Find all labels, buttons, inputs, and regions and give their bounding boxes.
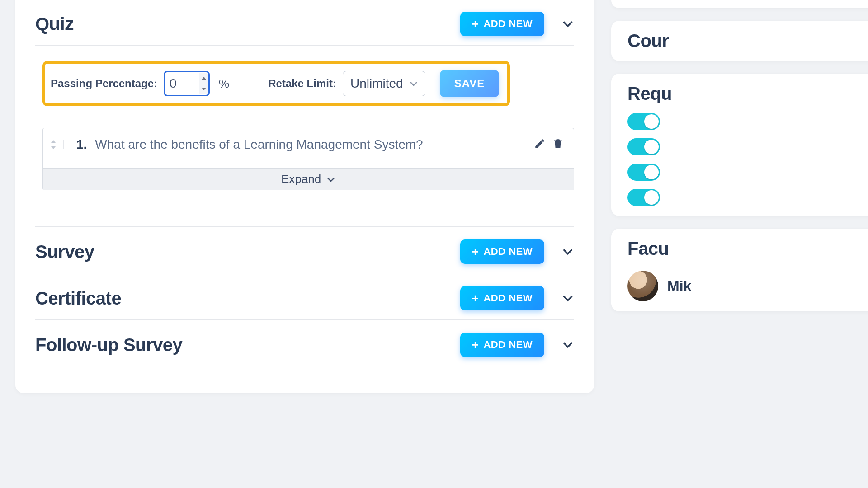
percent-symbol: % [219,77,229,91]
followup-header-actions: + ADD NEW [460,333,574,357]
triangle-down-icon [202,88,206,90]
required-card: Requ [611,74,868,216]
drag-handle[interactable] [50,140,64,149]
quiz-add-new-button[interactable]: + ADD NEW [460,12,544,36]
followup-add-new-button[interactable]: + ADD NEW [460,333,544,357]
faculty-name: Mik [667,278,691,295]
trash-icon [552,138,564,150]
number-spinner [199,73,208,94]
retake-limit-label: Retake Limit: [268,77,336,90]
sort-icon [50,140,57,149]
survey-header-actions: + ADD NEW [460,239,574,264]
survey-section-header: Survey + ADD NEW [35,226,574,273]
expand-question-button[interactable]: Expand [43,168,574,190]
certificate-collapse-toggle[interactable] [561,292,574,305]
quiz-collapse-toggle[interactable] [561,18,574,30]
right-rail: CE Cour Requ Facu Mik [611,0,868,324]
retake-limit-select[interactable]: Unlimited [343,71,425,96]
chevron-down-icon [561,292,574,305]
chevron-down-icon [326,176,335,183]
quiz-title: Quiz [35,14,74,34]
faculty-card: Facu Mik [611,229,868,311]
course-card: Cour [611,21,868,61]
toggle-knob [644,165,659,179]
toggle-4[interactable] [627,189,660,206]
chevron-down-icon [561,18,574,30]
add-new-label: ADD NEW [483,246,533,258]
spinner-down-button[interactable] [199,84,208,94]
chevron-down-icon [561,338,574,351]
certificate-add-new-button[interactable]: + ADD NEW [460,286,544,310]
followup-title: Follow-up Survey [35,335,182,355]
expand-label: Expand [281,172,321,186]
question-card: 1. What are the benefits of a Learning M… [42,128,574,190]
followup-collapse-toggle[interactable] [561,338,574,351]
add-new-label: ADD NEW [483,18,533,30]
toggle-list [627,113,868,206]
plus-icon: + [472,339,479,351]
certificate-title: Certificate [35,288,121,309]
add-new-label: ADD NEW [483,292,533,304]
plus-icon: + [472,18,479,30]
quiz-header-actions: + ADD NEW [460,12,574,36]
edit-question-button[interactable] [534,138,546,151]
certificate-header-actions: + ADD NEW [460,286,574,310]
quiz-settings-box: Passing Percentage: % Retake Limit: Unli… [42,61,510,106]
toggle-2[interactable] [627,138,660,155]
triangle-up-icon [202,77,206,80]
save-button[interactable]: SAVE [440,70,500,97]
faculty-heading: Facu [627,239,868,259]
svg-marker-2 [51,140,56,143]
survey-add-new-button[interactable]: + ADD NEW [460,239,544,264]
svg-marker-1 [202,88,206,90]
toggle-1[interactable] [627,113,660,130]
plus-icon: + [472,246,479,258]
svg-marker-0 [202,77,206,80]
main-panel: Quiz + ADD NEW Passing Percentage: [15,0,594,393]
delete-question-button[interactable] [552,138,564,151]
toggle-knob [644,140,659,154]
followup-section-header: Follow-up Survey + ADD NEW [35,319,574,366]
divider [35,45,574,46]
quiz-section-header: Quiz + ADD NEW [35,0,574,45]
toggle-3[interactable] [627,164,660,181]
question-number: 1. [76,137,87,152]
avatar [627,271,658,301]
add-new-label: ADD NEW [483,339,533,351]
passing-percentage-input-wrap [164,71,210,96]
required-heading: Requ [627,84,868,104]
passing-percentage-label: Passing Percentage: [51,77,157,90]
faculty-row: Mik [627,271,868,301]
toggle-knob [644,114,659,129]
toggle-knob [644,190,659,205]
retake-limit-value: Unlimited [350,76,403,91]
ce-badge-card: CE [611,0,868,8]
certificate-section-header: Certificate + ADD NEW [35,273,574,319]
spinner-up-button[interactable] [199,73,208,84]
chevron-down-icon [561,245,574,258]
pencil-icon [534,138,546,150]
chevron-down-icon [410,81,418,86]
survey-collapse-toggle[interactable] [561,245,574,258]
svg-marker-3 [51,146,56,149]
question-text: What are the benefits of a Learning Mana… [95,137,526,152]
plus-icon: + [472,292,479,304]
question-actions [534,138,564,151]
course-heading: Cour [627,31,868,51]
survey-title: Survey [35,242,94,262]
question-row: 1. What are the benefits of a Learning M… [43,128,574,168]
